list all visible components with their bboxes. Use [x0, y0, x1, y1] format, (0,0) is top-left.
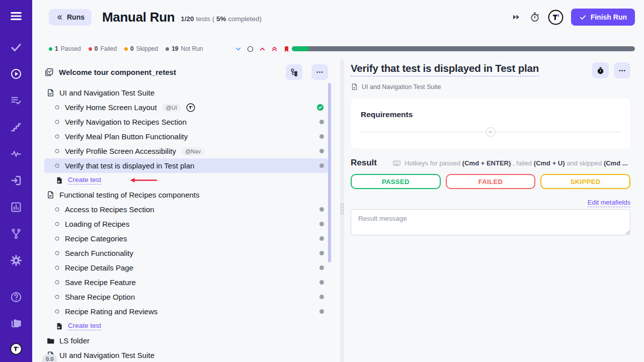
- filter-chevron-up-icon[interactable]: [259, 45, 266, 53]
- test-row[interactable]: Loading of Recipes: [44, 217, 328, 231]
- filter-bookmark-icon[interactable]: [283, 45, 290, 53]
- file-check-icon: [46, 191, 55, 199]
- tests-progress-summary: 1/20 tests ( 5% completed): [181, 15, 262, 23]
- test-row[interactable]: Recipe Rating and Reviews: [44, 304, 328, 319]
- suite-row[interactable]: UI and Navigation Test Suite: [44, 85, 328, 100]
- top-bar: Runs Manual Run 1/20 tests ( 5% complete…: [32, 0, 644, 34]
- stopwatch-icon[interactable]: [592, 62, 609, 78]
- test-row[interactable]: Verify Meal Plan Button Functionality: [44, 129, 328, 144]
- back-to-runs-button[interactable]: Runs: [49, 9, 92, 26]
- result-failed-button[interactable]: FAILED: [446, 174, 536, 189]
- test-row[interactable]: Verify Home Screen Layout@UI: [44, 100, 328, 115]
- test-title: Recipe Categories: [65, 234, 127, 243]
- requirements-title: Requirements: [361, 110, 620, 119]
- test-row[interactable]: Share Recipe Option: [44, 290, 328, 304]
- result-header: Result Hotkeys for passed (Cmd + ENTER) …: [351, 158, 630, 168]
- sidebar-projects-button[interactable]: [9, 316, 23, 330]
- sidebar-help-button[interactable]: [9, 290, 23, 304]
- sidebar-branches-button[interactable]: [9, 227, 23, 241]
- top-actions: Finish Run: [511, 9, 635, 26]
- sidebar-settings-button[interactable]: [9, 253, 23, 267]
- metafields-row: Edit metafields: [351, 198, 630, 207]
- radio-icon: [54, 221, 60, 227]
- not-run-dot-icon: [319, 222, 324, 226]
- sidebar-checks-button[interactable]: [9, 40, 23, 54]
- main-area: Runs Manual Run 1/20 tests ( 5% complete…: [32, 0, 644, 362]
- result-passed-button[interactable]: PASSED: [351, 174, 441, 189]
- status-stats: 1 Passed0 Failed0 Skipped19 Not Run: [49, 45, 203, 52]
- radio-icon: [54, 236, 60, 241]
- sidebar-pulse-button[interactable]: [9, 147, 23, 161]
- tests-label: tests (: [196, 15, 214, 23]
- menu-icon[interactable]: [9, 9, 23, 23]
- status-dot-icon: [89, 47, 92, 51]
- test-row[interactable]: Access to Recipes Section: [44, 202, 328, 217]
- create-test-row[interactable]: Create test: [44, 319, 328, 333]
- create-test-link[interactable]: Create test: [68, 176, 101, 185]
- not-run-dot-icon: [319, 207, 324, 212]
- test-title[interactable]: Verify that test is displayed in Test pl…: [351, 62, 539, 76]
- timer-icon[interactable]: [529, 12, 540, 23]
- fast-forward-icon[interactable]: [511, 12, 522, 23]
- test-row[interactable]: Verify Navigation to Recipes Section: [44, 115, 328, 129]
- panel-resize-handle[interactable]: [340, 59, 344, 362]
- create-test-row[interactable]: Create test: [44, 173, 328, 188]
- test-title: Verify Home Screen Layout: [65, 103, 157, 112]
- radio-icon: [54, 105, 60, 110]
- status-dot-icon: [166, 47, 169, 51]
- file-plus-icon: [55, 322, 63, 330]
- test-row[interactable]: Recipe Categories: [44, 231, 328, 246]
- sidebar-logo-button[interactable]: [9, 341, 24, 356]
- test-detail-panel: Verify that test is displayed in Test pl…: [344, 59, 644, 362]
- create-test-link[interactable]: Create test: [68, 322, 101, 330]
- run-progress-bar: [292, 46, 635, 51]
- tests-count: 1/20: [181, 15, 194, 23]
- sidebar-steps-button[interactable]: [9, 120, 23, 134]
- not-run-dot-icon: [319, 120, 324, 124]
- suite-row[interactable]: Functional testing of Recipes components: [44, 188, 328, 202]
- sidebar-runs-button[interactable]: [9, 67, 23, 81]
- result-skipped-button[interactable]: SKIPPED: [540, 174, 630, 189]
- sidebar-imports-button[interactable]: [9, 173, 23, 188]
- test-row[interactable]: Save Recipe Feature: [44, 275, 328, 290]
- content-area: Welcome tour component_retest UI and Nav…: [32, 59, 644, 362]
- mini-logo-icon: [186, 103, 195, 112]
- test-row[interactable]: Search Functionality: [44, 246, 328, 260]
- requirements-expand-toggle[interactable]: [486, 127, 496, 137]
- finish-run-label: Finish Run: [591, 13, 627, 21]
- file-check-icon: [351, 83, 358, 90]
- tree-more-button[interactable]: [311, 64, 328, 80]
- test-title: Save Recipe Feature: [65, 278, 136, 287]
- filter-chevrons-up-icon[interactable]: [271, 45, 278, 53]
- requirements-card: Requirements: [351, 98, 630, 149]
- sidebar-test-plans-button[interactable]: [9, 94, 23, 108]
- tree-scrollbar[interactable]: [328, 83, 331, 262]
- stat-not-run: 19 Not Run: [166, 45, 203, 52]
- test-title: Loading of Recipes: [65, 220, 129, 228]
- filter-circle-icon[interactable]: [247, 45, 254, 53]
- testomat-logo-icon[interactable]: [548, 10, 564, 25]
- test-row[interactable]: Verify that test is displayed in Test pl…: [44, 158, 328, 173]
- suite-title: UI and Navigation Test Suite: [59, 351, 154, 359]
- result-message-input[interactable]: [351, 209, 630, 235]
- test-tree: UI and Navigation Test SuiteVerify Home …: [44, 85, 328, 362]
- test-title: Verify Meal Plan Button Functionality: [65, 132, 188, 141]
- tree-view-button[interactable]: [286, 64, 302, 80]
- detail-more-button[interactable]: [614, 62, 630, 78]
- status-filters: [234, 45, 290, 53]
- finish-run-button[interactable]: Finish Run: [571, 9, 635, 26]
- test-row[interactable]: Verify Profile Screen Accessibility@Nav: [44, 144, 328, 158]
- folder-row[interactable]: LS folder: [44, 333, 328, 348]
- suite-row[interactable]: 0.0UI and Navigation Test Suite: [44, 348, 328, 362]
- sidebar-reports-button[interactable]: [9, 200, 23, 214]
- test-row[interactable]: Recipe Details Page: [44, 260, 328, 275]
- radio-icon: [54, 119, 60, 125]
- radio-icon: [54, 134, 60, 139]
- app-root: Runs Manual Run 1/20 tests ( 5% complete…: [0, 0, 644, 362]
- radio-icon: [54, 207, 60, 212]
- filter-chevron-down-icon[interactable]: [234, 45, 242, 53]
- edit-metafields-link[interactable]: Edit metafields: [588, 199, 630, 207]
- radio-icon: [54, 163, 60, 168]
- hotkeys-hint: Hotkeys for passed (Cmd + ENTER) , faile…: [392, 159, 630, 167]
- breadcrumb[interactable]: UI and Navigation Test Suite: [351, 83, 630, 90]
